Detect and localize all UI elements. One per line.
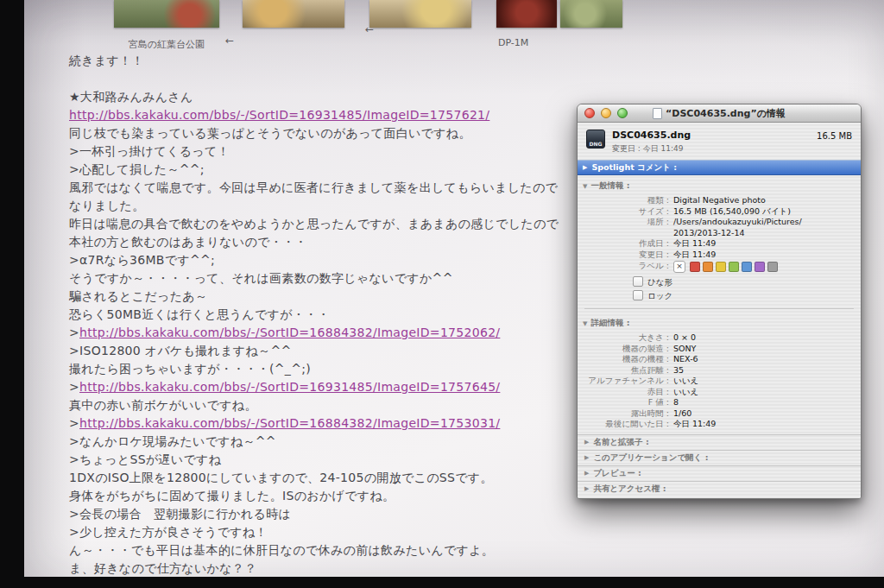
forum-line: 続きます！！ [69, 52, 559, 70]
forum-text: >ちょっとSSが遅いですね [69, 452, 221, 466]
disclosure-triangle-icon: ▶ [583, 164, 587, 171]
info-value: 16.5 MB (16,540,090 バイト) [673, 206, 791, 218]
info-row: 種類 :Digital Negative photo [583, 195, 856, 206]
info-value: /Users/andoukazuyuki/Pictures/2013/2013-… [673, 217, 802, 238]
dng-file-icon: DNG [586, 130, 605, 149]
info-label: F 値 : [583, 397, 673, 408]
collapsed-section-header[interactable]: ▶名前と拡張子 : [578, 434, 861, 450]
forum-text: >なんかロケ現場みたいですね～^^ [69, 434, 276, 448]
photo-thumbnail[interactable] [496, 0, 557, 28]
checkbox[interactable] [633, 290, 643, 300]
label-color-swatch[interactable] [716, 262, 726, 272]
collapsed-section-header[interactable]: ▶プレビュー : [578, 465, 861, 481]
forum-line: ま、好きなので仕方ないかな？？ [69, 560, 559, 577]
forum-text: なりました。 [69, 199, 144, 212]
general-info-section: ▼ 一般情報 : 種類 :Digital Negative photoサイズ :… [578, 175, 861, 305]
forum-text: 昨日は喘息の具合で飲むのをやめようかと思ったんですが、まあまあの感じでしたので [69, 217, 559, 231]
info-row: 機器の製造 :SONY [583, 344, 856, 355]
info-value: 1/60 [673, 408, 691, 420]
label-color-swatch[interactable] [742, 262, 752, 272]
info-label: 赤目 : [583, 387, 673, 398]
forum-link[interactable]: http://bbs.kakaku.com/bbs/-/SortID=16931… [69, 108, 489, 122]
spotlight-comments-section[interactable]: ▶ Spotlight コメント : [578, 160, 861, 175]
details-section: ▼ 詳細情報 : 大きさ :0 × 0機器の製造 :SONY機器の機種 :NEX… [578, 313, 861, 434]
label-row: ラベル : × [583, 261, 856, 273]
forum-text: 同じ枝でも染まっている葉っぱとそうでないのがあって面白いですね。 [69, 126, 471, 140]
general-info-rows: 種類 :Digital Negative photoサイズ :16.5 MB (… [583, 195, 856, 260]
label-color-swatch[interactable] [703, 262, 713, 272]
forum-link[interactable]: http://bbs.kakaku.com/bbs/-/SortID=16931… [79, 380, 500, 394]
file-name: DSC04635.dng [612, 130, 691, 141]
info-label: 変更日 : [583, 250, 673, 261]
photo-thumbnail[interactable] [560, 0, 622, 28]
arrow-left-icon: ← [365, 23, 374, 35]
label-color-swatch[interactable] [767, 262, 778, 272]
info-label: 種類 : [583, 195, 673, 206]
forum-text: >会長の場合 翌朝撮影に行かれる時は [69, 507, 291, 521]
checkbox-label: ロック [647, 291, 672, 300]
general-info-header[interactable]: ▼ 一般情報 : [583, 180, 856, 192]
forum-line: 真中の赤い前ボケがいいですね。 [69, 396, 559, 414]
forum-line: 同じ枝でも染まっている葉っぱとそうでないのがあって面白いですね。 [69, 124, 559, 142]
label-color-swatch[interactable] [690, 262, 700, 272]
forum-line: 身体をがちがちに固めて撮りました。ISのおかげですね。 [69, 487, 559, 505]
forum-link[interactable]: http://bbs.kakaku.com/bbs/-/SortID=16884… [79, 326, 500, 339]
forum-line: ん～・・・でも平日は基本的に休肝日なので休みの前は飲みたいんですよ。 [69, 541, 559, 560]
section-title: プレビュー : [593, 468, 641, 479]
info-label: サイズ : [583, 206, 673, 218]
collapsed-section-header[interactable]: ▶共有とアクセス権 : [578, 481, 861, 498]
forum-text: >少し控えた方が良さそうですね！ [69, 525, 268, 539]
forum-text: そうですか～・・・・って、それは画素数の数字じゃないですか^^ [69, 271, 453, 285]
minimize-button[interactable] [601, 108, 611, 118]
label-clear-button[interactable]: × [673, 261, 685, 273]
disclosure-triangle-icon: ▶ [584, 454, 589, 461]
info-value: Digital Negative photo [673, 195, 766, 206]
details-header[interactable]: ▼ 詳細情報 : [583, 318, 856, 329]
window-body: DNG DSC04635.dng 変更日 : 今日 11:49 16.5 MB … [578, 123, 861, 498]
forum-line: ★大和路みんみんさん [69, 88, 559, 106]
label-color-swatches [690, 261, 780, 273]
spotlight-label: Spotlight コメント : [591, 162, 677, 174]
forum-line [69, 70, 559, 88]
forum-line: >少し控えた方が良さそうですね！ [69, 523, 559, 541]
photo-thumbnail[interactable] [369, 0, 471, 28]
label-color-swatch[interactable] [755, 262, 765, 272]
info-label: 焦点距離 : [583, 365, 673, 376]
info-row: 機器の機種 :NEX-6 [583, 354, 856, 365]
forum-line: 撮れたら困っちゃいますが・・・・(^_^;) [69, 360, 559, 378]
zoom-button[interactable] [617, 108, 628, 118]
forum-line: >α7Rなら36MBです^^; [69, 251, 559, 269]
info-row: 作成日 :今日 11:49 [583, 238, 856, 250]
forum-line: 風邪ではなくて喘息です。今回は早めに医者に行きまして薬を出してもらいましたので [69, 179, 559, 197]
info-value: 8 [673, 397, 679, 408]
checkbox-label: ひな形 [647, 277, 672, 287]
forum-text: 恐らく50MB近くは行くと思うんですが・・・ [69, 307, 330, 321]
info-label: 大きさ : [583, 332, 673, 344]
info-label: 機器の製造 : [583, 344, 673, 355]
document-icon [653, 108, 662, 119]
checkbox-row: ロック [633, 290, 856, 300]
collapsed-sections: ▶名前と拡張子 :▶このアプリケーションで開く :▶プレビュー :▶共有とアクセ… [578, 434, 861, 498]
file-size: 16.5 MB [817, 131, 852, 141]
info-row: アルファチャンネル :いいえ [583, 376, 856, 387]
info-row: 焦点距離 :35 [583, 365, 856, 376]
info-label: アルファチャンネル : [583, 376, 673, 387]
forum-post: 続きます！！★大和路みんみんさんhttp://bbs.kakaku.com/bb… [69, 52, 559, 577]
checkbox[interactable] [633, 276, 643, 287]
window-titlebar[interactable]: “DSC04635.dng”の情報 [578, 104, 861, 123]
forum-text: ん～・・・でも平日は基本的に休肝日なので休みの前は飲みたいんですよ。 [69, 543, 494, 557]
forum-line: >なんかロケ現場みたいですね～^^ [69, 433, 559, 451]
photo-thumbnail[interactable] [114, 0, 219, 28]
disclosure-triangle-icon: ▶ [584, 470, 589, 477]
label-color-swatch[interactable] [729, 262, 739, 272]
forum-text: 本社の方と飲むのはあまりないので・・・ [69, 235, 307, 249]
collapsed-section-header[interactable]: ▶このアプリケーションで開く : [578, 450, 861, 465]
info-row: 大きさ :0 × 0 [583, 332, 856, 344]
forum-text: >心配して損した～^^; [69, 162, 205, 176]
checkbox-row: ひな形 [633, 276, 856, 287]
photo-thumbnail[interactable] [243, 0, 344, 28]
info-label: 作成日 : [583, 238, 673, 250]
forum-line: >一杯引っ掛けてくるって！ [69, 142, 559, 161]
forum-link[interactable]: http://bbs.kakaku.com/bbs/-/SortID=16884… [79, 416, 500, 430]
close-button[interactable] [584, 108, 595, 118]
